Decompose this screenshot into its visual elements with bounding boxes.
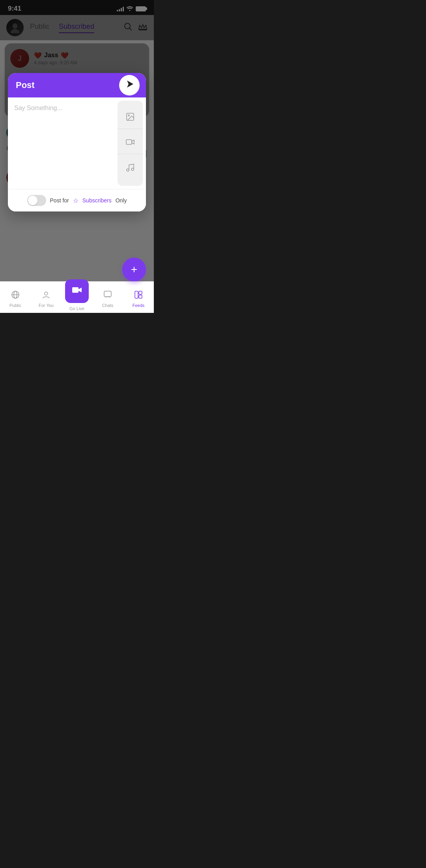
nav-item-for-you[interactable]: For You (31, 287, 62, 308)
go-live-button[interactable] (65, 279, 89, 303)
svg-rect-19 (104, 291, 111, 297)
feeds-nav-icon (134, 290, 143, 301)
music-icon (125, 163, 135, 174)
subscribers-label[interactable]: Subscribers (82, 197, 112, 204)
image-upload-button[interactable] (118, 107, 143, 129)
svg-rect-11 (126, 140, 132, 144)
only-label: Only (116, 197, 127, 204)
go-live-icon (72, 286, 82, 297)
svg-rect-20 (135, 291, 138, 298)
chats-nav-label: Chats (102, 303, 114, 308)
svg-marker-8 (127, 80, 133, 88)
go-live-nav-label: Go Live (69, 306, 84, 311)
fab-create-button[interactable]: + (122, 258, 146, 281)
post-for-label: Post for (50, 197, 69, 204)
video-upload-button[interactable] (118, 132, 143, 154)
post-modal: Post (8, 73, 146, 211)
nav-item-feeds[interactable]: Feeds (123, 287, 154, 308)
nav-item-go-live[interactable]: Go Live (62, 284, 92, 311)
text-input-area (8, 97, 118, 189)
for-you-nav-icon (42, 290, 50, 301)
send-button[interactable] (119, 75, 140, 95)
post-text-input[interactable] (14, 105, 111, 176)
public-nav-icon (11, 290, 20, 301)
plus-icon: + (131, 263, 137, 276)
svg-rect-21 (139, 291, 142, 294)
modal-header: Post (8, 73, 146, 97)
image-icon (125, 112, 135, 123)
modal-body (8, 97, 146, 189)
music-upload-button[interactable] (118, 157, 143, 180)
media-sidebar (118, 101, 143, 186)
subscribers-toggle[interactable] (27, 195, 46, 206)
svg-rect-18 (72, 287, 78, 293)
svg-point-17 (45, 292, 48, 295)
chats-nav-icon (103, 290, 112, 301)
nav-item-public[interactable]: Public (0, 287, 31, 308)
svg-point-10 (128, 115, 129, 116)
for-you-nav-label: For You (39, 303, 54, 308)
toggle-knob (28, 196, 37, 205)
modal-title: Post (16, 80, 35, 90)
star-icon: ☆ (73, 197, 78, 204)
svg-point-13 (131, 168, 134, 170)
bottom-navigation: Public For You Go Live (0, 281, 154, 313)
feeds-nav-label: Feeds (133, 303, 145, 308)
subscribers-toggle-row: Post for ☆ Subscribers Only (8, 189, 146, 211)
nav-item-chats[interactable]: Chats (92, 287, 123, 308)
send-arrow-icon (125, 80, 134, 91)
video-icon (125, 137, 135, 149)
svg-rect-22 (139, 295, 142, 298)
svg-point-12 (127, 169, 129, 171)
public-nav-label: Public (9, 303, 21, 308)
